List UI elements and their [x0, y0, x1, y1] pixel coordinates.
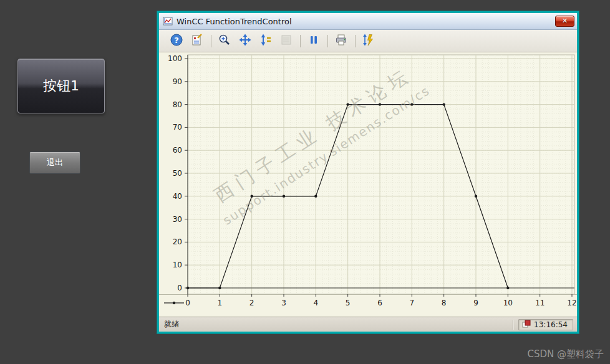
- toolbar-separator: [355, 35, 356, 47]
- move-button[interactable]: [236, 33, 254, 49]
- button1[interactable]: 按钮1: [17, 59, 105, 113]
- move-icon: [238, 33, 252, 49]
- svg-text:1: 1: [218, 299, 223, 307]
- svg-text:100: 100: [168, 54, 182, 63]
- toolbar-separator: [211, 35, 211, 47]
- ruler-icon: [279, 33, 293, 49]
- trend-chart[interactable]: 01020304050607080901000123456789101112: [159, 52, 577, 317]
- svg-text:7: 7: [410, 299, 415, 307]
- exit-button[interactable]: 退出: [29, 151, 80, 174]
- zoom-button[interactable]: [216, 33, 233, 49]
- close-button[interactable]: ✕: [555, 16, 574, 27]
- statusbar: 就绪 13:16:54: [159, 317, 577, 332]
- svg-text:5: 5: [346, 299, 351, 307]
- ruler-button[interactable]: [278, 33, 295, 49]
- svg-text:9: 9: [473, 299, 478, 307]
- svg-text:12: 12: [567, 299, 576, 307]
- report-button[interactable]: [188, 33, 206, 49]
- y-axis-icon: [259, 33, 273, 49]
- statusbar-separator: [513, 320, 513, 330]
- trend-toolbar: ?: [159, 30, 577, 52]
- wincc-trend-window: WinCC FunctionTrendControl ✕ ?: [157, 11, 579, 333]
- pause-button[interactable]: [305, 33, 322, 49]
- svg-text:80: 80: [173, 100, 182, 109]
- window-titlebar[interactable]: WinCC FunctionTrendControl ✕: [159, 13, 577, 30]
- help-button[interactable]: ?: [168, 33, 185, 49]
- button1-label: 按钮1: [43, 77, 79, 95]
- svg-text:4: 4: [314, 299, 319, 307]
- y-axis-button[interactable]: [257, 33, 274, 49]
- exit-button-label: 退出: [47, 157, 63, 168]
- svg-text:30: 30: [173, 215, 182, 224]
- export-icon: [362, 33, 375, 49]
- svg-text:40: 40: [173, 192, 182, 201]
- print-icon: [334, 33, 348, 49]
- zoom-icon: [218, 33, 231, 49]
- toolbar-separator: [327, 35, 328, 47]
- svg-text:3: 3: [281, 299, 286, 307]
- time-base-icon: [522, 320, 531, 330]
- trend-control-icon: [163, 16, 173, 26]
- svg-text:70: 70: [173, 123, 182, 132]
- svg-text:0: 0: [185, 299, 190, 307]
- svg-text:60: 60: [173, 146, 182, 155]
- svg-text:20: 20: [173, 237, 182, 246]
- svg-text:10: 10: [173, 261, 182, 269]
- desktop: { "page": { "background": "#3f3f3f", "cs…: [0, 0, 610, 364]
- report-icon: [190, 33, 204, 49]
- status-clock-panel: 13:16:54: [518, 319, 573, 330]
- svg-text:0: 0: [177, 284, 182, 292]
- svg-text:50: 50: [173, 169, 182, 178]
- svg-text:90: 90: [173, 77, 182, 86]
- chart-area: 01020304050607080901000123456789101112 西…: [159, 52, 577, 317]
- status-text: 就绪: [164, 319, 508, 330]
- csdn-watermark: CSDN @塑料袋子: [527, 348, 604, 360]
- svg-text:10: 10: [503, 299, 513, 307]
- svg-text:6: 6: [377, 299, 382, 307]
- svg-text:11: 11: [535, 299, 545, 307]
- svg-text:8: 8: [442, 299, 447, 307]
- export-button[interactable]: [360, 33, 377, 49]
- svg-text:?: ?: [174, 35, 179, 44]
- pause-icon: [307, 33, 321, 49]
- help-icon: ?: [170, 33, 183, 49]
- print-button[interactable]: [332, 33, 350, 49]
- svg-text:2: 2: [249, 299, 254, 307]
- window-title: WinCC FunctionTrendControl: [177, 17, 555, 26]
- toolbar-separator: [300, 35, 301, 47]
- status-time: 13:16:54: [534, 320, 568, 329]
